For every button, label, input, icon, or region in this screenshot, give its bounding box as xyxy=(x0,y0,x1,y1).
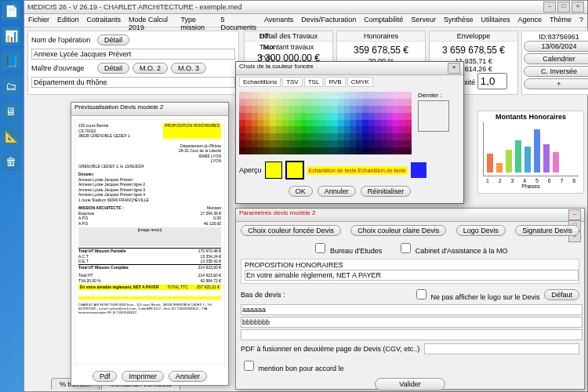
ht-label: HT xyxy=(260,32,299,40)
detail-button[interactable]: Détail xyxy=(97,34,129,45)
section-title: PROPOSITION HONORAIRES xyxy=(245,261,575,269)
date-button[interactable]: 13/06/2024 xyxy=(524,41,588,52)
close-button[interactable]: × xyxy=(572,2,584,13)
menu-item[interactable]: Fichier xyxy=(24,14,53,27)
menubar: Fichier Edition Cotraitants Mode Calcul … xyxy=(24,14,587,27)
signature-button[interactable]: Signature Devis xyxy=(515,225,579,236)
maximize-button[interactable]: □ xyxy=(557,2,570,13)
desktop-icon[interactable]: 📄 xyxy=(2,2,20,20)
choix-foncee-button[interactable]: Choix couleur foncée Devis xyxy=(241,225,341,236)
menu-item[interactable]: Agence xyxy=(514,14,546,27)
menu-item[interactable]: Edition xyxy=(53,14,83,27)
preview-prop-title: PROPOSITION HONORAIRES xyxy=(163,123,221,139)
color-tab[interactable]: Echantillons xyxy=(239,77,281,87)
menu-item[interactable]: Type mission xyxy=(177,14,217,27)
id-label: ID:83756961 xyxy=(524,33,588,41)
preview-page: 155 cours Berriat CS 70022 38028 GRENOBL… xyxy=(74,119,225,365)
pdf-button[interactable]: Pdf xyxy=(93,371,118,382)
close-button[interactable]: × xyxy=(448,63,460,74)
color-tab[interactable]: CMYK xyxy=(347,77,373,87)
color-tab[interactable]: TSL xyxy=(304,77,324,87)
menu-item[interactable]: Synthèse xyxy=(440,14,477,27)
mention-checkbox[interactable]: mention bon pour accord le xyxy=(241,358,344,373)
desktop-icon[interactable]: 📘 xyxy=(2,52,20,71)
app-title: MEDICIS 26 - V 26.19 - CHARLET ARCHITECT… xyxy=(27,3,241,11)
mo3-button[interactable]: M.O. 3 xyxy=(171,63,206,74)
color-tab[interactable]: TSV xyxy=(282,77,303,87)
r: TVA 20,00 % xyxy=(78,278,101,284)
yellow-swatch xyxy=(285,161,304,180)
bas-input-b[interactable] xyxy=(241,317,583,328)
menu-item[interactable]: Comptabilité xyxy=(360,14,407,27)
menu-item[interactable]: Thème xyxy=(546,14,575,27)
menu-item[interactable]: Utilitaires xyxy=(477,14,514,27)
cabinet-checkbox[interactable]: Cabinet d'Assistance à la MO xyxy=(397,241,507,256)
mo-input[interactable] xyxy=(31,77,235,88)
preview-title: Previsualisation Devis modele 2 xyxy=(71,103,228,116)
params-dialog: Parametres devis modele 2 –□× Choix coul… xyxy=(235,208,585,390)
net-input[interactable] xyxy=(245,270,579,281)
ok-button[interactable]: OK xyxy=(289,186,313,197)
apercu-label: Aperçu xyxy=(239,166,262,174)
print-button[interactable]: Imprimer xyxy=(122,371,164,382)
bas-input-c[interactable] xyxy=(241,329,583,340)
calendar-button[interactable]: Calendrier xyxy=(524,53,588,64)
menu-item[interactable]: Devis/Facturation xyxy=(297,14,360,27)
right-column: ID:83756961 13/06/2024 Calendrier C. Inv… xyxy=(521,31,588,95)
minimize-button[interactable]: – xyxy=(543,2,556,13)
r: Total HT Mission Complète xyxy=(78,265,129,270)
recent-swatch[interactable] xyxy=(418,100,449,132)
plus-button[interactable]: + xyxy=(524,78,588,89)
bureau-checkbox[interactable]: Bureau d'Etudes xyxy=(312,241,382,256)
preview-city: 38028 GRENOBLE CEDEX 1 xyxy=(78,133,130,139)
op-name-label: Nom de l'opération xyxy=(31,36,94,44)
desktop-icon[interactable]: 🗂 xyxy=(2,77,20,96)
r: 42 984,72 € xyxy=(201,278,221,284)
menu-item[interactable]: Mode Calcul 2019 xyxy=(125,14,176,27)
menu-item[interactable]: ? xyxy=(575,14,587,27)
chart-xlabel: Phases xyxy=(480,183,582,189)
r: TOTAL TTC xyxy=(167,285,187,290)
menu-item[interactable]: Serveur xyxy=(407,14,440,27)
mo2-button[interactable]: M.O. 2 xyxy=(132,63,168,74)
nologo-checkbox[interactable]: Ne pas afficher le logo sur le Devis xyxy=(413,287,539,302)
mo-label: Maître d'ouvrage xyxy=(31,64,94,72)
desktop-icon[interactable]: 📊 xyxy=(2,27,20,45)
desktop-icon[interactable]: 🖥 xyxy=(2,102,20,121)
pdf-merge-label: PDF à fusionner en deuxième page de Devi… xyxy=(241,345,419,353)
detail-button[interactable]: Détail xyxy=(97,63,129,74)
r: En votre aimable règlement, NET A PAYER xyxy=(80,285,159,290)
cancel-button[interactable]: Annuler xyxy=(169,371,207,382)
bas-label: Bas de devis : xyxy=(241,291,285,299)
cancel-button[interactable]: Annuler xyxy=(318,186,356,197)
desktop-icon[interactable]: 📐 xyxy=(2,127,20,146)
op-name-input[interactable] xyxy=(31,49,235,60)
sample-text: Echantillon de texte Echantillon de text… xyxy=(307,166,408,175)
color-swatches[interactable] xyxy=(239,92,412,154)
bas-input-a[interactable] xyxy=(241,304,583,315)
desktop-icon[interactable]: 🗑 xyxy=(2,152,20,171)
color-title: Choix de la couleur foncée xyxy=(239,63,314,74)
taux-label: Taux xyxy=(260,43,299,51)
r: 46 118,60 xyxy=(204,221,221,227)
minimize-button[interactable]: – xyxy=(568,209,581,220)
pdf-merge-input[interactable] xyxy=(424,343,579,354)
color-tab[interactable]: RVB xyxy=(325,77,345,87)
menu-item[interactable]: Avenants xyxy=(260,14,297,27)
defaut-button[interactable]: Défaut xyxy=(544,289,579,300)
valider-button[interactable]: Valider xyxy=(375,378,445,390)
preview-window: Previsualisation Devis modele 2 155 cour… xyxy=(71,102,229,386)
menu-item[interactable]: 5 Documents xyxy=(216,14,260,27)
reset-button[interactable]: Réinitialiser xyxy=(361,186,412,197)
choix-claire-button[interactable]: Choix couleur claire Devis xyxy=(350,225,446,236)
hono-title: Honoraires xyxy=(337,31,425,42)
preview-date: GRENOBLE CEDEX 1, le 13/06/2024 xyxy=(78,164,221,169)
complex-input[interactable] xyxy=(477,73,507,89)
menu-item[interactable]: Cotraitants xyxy=(83,14,125,27)
params-title: Parametres devis modele 2 xyxy=(239,209,315,220)
operation-panel: Nom de l'opération Détail Maître d'ouvra… xyxy=(27,31,239,95)
logo-button[interactable]: Logo Devis xyxy=(456,225,506,236)
blue-swatch xyxy=(411,162,426,178)
r: 13 538,42 € xyxy=(201,259,221,264)
cinversee-button[interactable]: C. Inversée xyxy=(524,66,588,77)
